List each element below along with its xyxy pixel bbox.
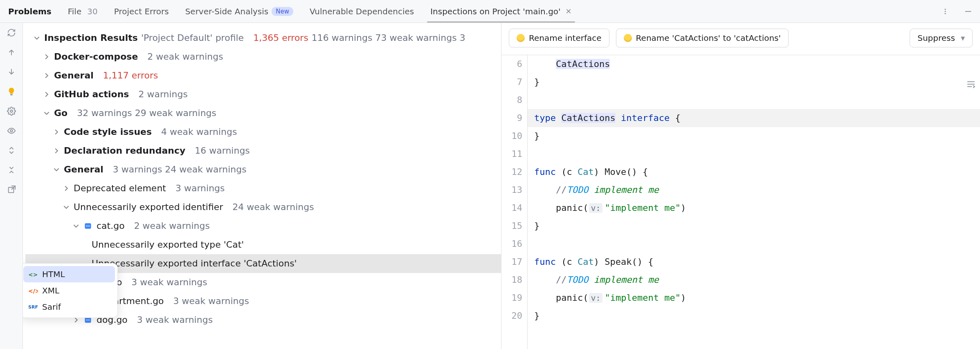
tree-group-docker-compose[interactable]: Docker-compose 2 weak warnings (25, 47, 501, 66)
tree-root[interactable]: Inspection Results 'Project Default' pro… (25, 29, 501, 47)
editor-gutter: 6 7 8 9 10 11 12 13 14 15 16 17 18 19 20 (501, 55, 528, 349)
tree-stats: 3 warnings (175, 179, 225, 198)
minimize-icon[interactable] (960, 0, 976, 22)
chevron-right-icon[interactable] (43, 92, 51, 97)
close-tab-icon[interactable]: ✕ (566, 7, 572, 16)
bulb-icon (517, 34, 525, 42)
svg-point-30 (89, 320, 90, 320)
tab-label: Vulnerable Dependencies (310, 7, 414, 16)
button-label: Suppress (917, 33, 955, 43)
tree-stats: 2 warnings (138, 85, 188, 104)
line-number: 15 (501, 217, 522, 235)
settings-icon[interactable] (6, 105, 17, 117)
tab-label: Server-Side Analysis (185, 7, 269, 16)
line-number: 20 (501, 307, 522, 325)
svg-rect-6 (10, 94, 13, 95)
chevron-down-icon[interactable] (72, 223, 80, 229)
tree-label: Code style issues (64, 123, 152, 141)
tree-stats: 2 weak warnings (134, 217, 210, 235)
chevron-right-icon[interactable] (52, 148, 61, 154)
code-line: func (c Cat) Move() { (528, 163, 980, 181)
tree-stats: 3 weak warnings (137, 311, 213, 329)
code-line: CatActions (528, 55, 980, 73)
tree-label: Inspection Results (44, 29, 138, 47)
chevron-down-icon[interactable] (43, 110, 51, 116)
tab-inspections[interactable]: Inspections on Project 'main.go' ✕ (426, 0, 575, 22)
editor-code[interactable]: CatActions } type CatActions interface {… (528, 55, 980, 349)
tree-stats: 2 weak warnings (147, 47, 223, 66)
tree-group-go[interactable]: Go 32 warnings 29 weak warnings (25, 104, 501, 123)
popup-item-html[interactable]: <> HTML (23, 266, 115, 282)
tree-subgroup-code-style[interactable]: Code style issues 4 weak warnings (25, 123, 501, 141)
new-badge: New (272, 7, 293, 16)
preview-icon[interactable] (6, 125, 17, 136)
tree-label: General (64, 160, 103, 179)
next-occurrence-icon[interactable] (6, 66, 17, 78)
tab-label: Project Errors (114, 7, 169, 16)
svg-rect-26 (85, 317, 91, 322)
export-icon[interactable] (6, 184, 17, 195)
tab-file[interactable]: File 30 (64, 0, 102, 22)
code-line: panic(v:"implement me") (528, 199, 980, 217)
previous-occurrence-icon[interactable] (6, 47, 17, 58)
code-line: } (528, 307, 980, 325)
popup-label: XML (42, 286, 59, 295)
line-number: 13 (501, 181, 522, 199)
tab-server-side-analysis[interactable]: Server-Side Analysis New (181, 0, 297, 22)
code-line: } (528, 217, 980, 235)
tree-group-general[interactable]: General 1,117 errors (25, 66, 501, 85)
popup-item-xml[interactable]: </> XML (23, 282, 115, 299)
svg-point-15 (89, 226, 90, 226)
chevron-down-icon[interactable] (62, 204, 70, 210)
chevron-down-icon[interactable] (33, 35, 41, 41)
collapse-all-icon[interactable] (6, 164, 17, 176)
tree-finding-cat-type[interactable]: Unnecessarily exported type 'Cat' (25, 235, 501, 254)
code-line: //TODO implement me (528, 271, 980, 289)
rename-catactions-button[interactable]: Rename 'CatActions' to 'catActions' (616, 29, 789, 47)
svg-point-29 (87, 320, 88, 320)
tree-stats: 16 warnings (195, 141, 250, 160)
chevron-right-icon[interactable] (52, 129, 61, 135)
tab-project-errors[interactable]: Project Errors (110, 0, 173, 22)
more-options-icon[interactable] (938, 0, 952, 22)
tree-label: GitHub actions (54, 85, 129, 104)
tree-profile: 'Project Default' profile (141, 29, 244, 47)
expand-collapse-icon[interactable] (6, 145, 17, 156)
line-number: 7 (501, 73, 522, 91)
suppress-button[interactable]: Suppress ▾ (910, 29, 973, 47)
chevron-right-icon[interactable] (43, 54, 51, 60)
tree-label: cat.go (97, 217, 125, 235)
refresh-icon[interactable] (6, 27, 17, 38)
tab-label: Inspections on Project 'main.go' (430, 7, 560, 16)
tab-vulnerable-dependencies[interactable]: Vulnerable Dependencies (306, 0, 418, 22)
svg-point-7 (10, 110, 13, 112)
chevron-down-icon[interactable] (52, 167, 61, 172)
quick-fix-icon[interactable] (6, 86, 17, 97)
tree-file-cat-go[interactable]: cat.go 2 weak warnings (25, 217, 501, 235)
chevron-right-icon[interactable] (43, 73, 51, 78)
tree-stats: 24 weak warnings (232, 198, 314, 217)
code-line: panic(v:"implement me") (528, 289, 980, 307)
chevron-right-icon[interactable] (62, 186, 70, 191)
popup-item-sarif[interactable]: SRF Sarif (23, 299, 115, 315)
tab-problems[interactable]: Problems (4, 0, 56, 22)
line-number: 19 (501, 289, 522, 307)
tree-errors: 1,365 errors (253, 29, 308, 47)
tree-label: Unnecessarily exported identifier (74, 198, 223, 217)
tree-subgroup-general[interactable]: General 3 warnings 24 weak warnings (25, 160, 501, 179)
tree-label: Deprecated element (74, 179, 166, 198)
rename-interface-button[interactable]: Rename interface (509, 29, 609, 47)
tree-label: General (54, 66, 94, 85)
tree-label: Declaration redundancy (64, 141, 185, 160)
chevron-right-icon[interactable] (72, 317, 80, 323)
tree-inspection-deprecated[interactable]: Deprecated element 3 warnings (25, 179, 501, 198)
tree-subgroup-declaration-redundancy[interactable]: Declaration redundancy 16 warnings (25, 141, 501, 160)
quick-fix-actions: Rename interface Rename 'CatActions' to … (501, 23, 980, 55)
tree-label: Go (54, 104, 67, 123)
soft-wrap-icon[interactable] (966, 77, 976, 95)
tree-inspection-unnecessarily-exported[interactable]: Unnecessarily exported identifier 24 wea… (25, 198, 501, 217)
line-number: 6 (501, 55, 522, 73)
code-preview-editor[interactable]: 6 7 8 9 10 11 12 13 14 15 16 17 18 19 20 (501, 55, 980, 349)
tree-group-github-actions[interactable]: GitHub actions 2 warnings (25, 85, 501, 104)
line-number: 16 (501, 235, 522, 253)
